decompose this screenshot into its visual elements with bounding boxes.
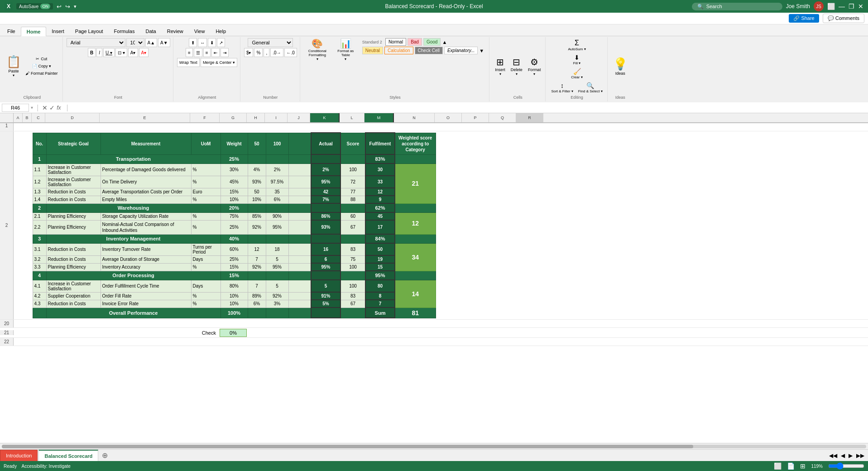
decrease-indent-button[interactable]: ⇤ [211,48,220,57]
normal-view-icon[interactable]: ⬜ [774,462,782,470]
insert-cells-button[interactable]: ⊞ Insert ▾ [493,56,507,77]
number-format-select[interactable]: General [248,38,293,47]
align-center-button[interactable]: ☰ [194,48,202,57]
styles-scroll-down[interactable]: ▼ [479,48,486,53]
col-P-header[interactable]: P [462,113,489,122]
style-neutral[interactable]: Neutral [362,47,383,54]
col-K-header[interactable]: K [310,113,340,122]
tab-formulas[interactable]: Formulas [109,27,140,36]
cell-reference-input[interactable] [2,104,29,112]
add-sheet-button[interactable]: ⊕ [98,450,111,461]
sheet-nav-next-icon[interactable]: ▶ [849,452,853,459]
tab-view[interactable]: View [189,27,211,36]
style-check-cell[interactable]: Check Cell [415,47,443,54]
search-bar[interactable]: 🔍 Search [692,3,782,10]
sheet-nav-right-icon[interactable]: ▶▶ [856,452,864,459]
col-R-header[interactable]: R [516,113,543,122]
currency-button[interactable]: $▾ [244,48,254,57]
format-as-table-button[interactable]: 📊 Format as Table ▾ [333,38,358,61]
comma-button[interactable]: , [264,48,269,57]
border-button[interactable]: ⊡ ▾ [115,48,127,57]
merge-center-button[interactable]: Merge & Center ▾ [201,58,237,67]
decrease-decimal-button[interactable]: ←.0 [284,48,297,57]
font-size-select[interactable]: 10 [126,38,144,47]
undo-icon[interactable]: ↩ [57,3,62,10]
font-color-button[interactable]: A▾ [139,48,149,57]
tab-help[interactable]: Help [210,27,231,36]
col-Q-header[interactable]: Q [489,113,516,122]
fill-color-button[interactable]: A▾ [128,48,138,57]
col-H-header[interactable]: H [247,113,265,122]
increase-font-button[interactable]: A▲ [145,38,158,47]
close-button[interactable]: ✕ [858,3,863,10]
styles-scroll-up[interactable]: ▲ [442,39,449,45]
find-select-button[interactable]: 🔍 Find & Select ▾ [576,81,604,94]
sheet-nav-prev-icon[interactable]: ◀ [841,452,845,459]
align-right-button[interactable]: ≡ [203,48,211,57]
page-break-view-icon[interactable]: ⊞ [800,462,806,470]
style-explanatory[interactable]: Explanatory... [444,47,478,54]
insert-function-icon[interactable]: fx [57,105,61,111]
font-family-select[interactable]: Arial [67,38,125,47]
bold-button[interactable]: B [88,48,96,57]
zoom-slider[interactable] [828,463,864,469]
formula-input[interactable] [72,105,866,111]
style-calculation[interactable]: Calculation [384,47,413,54]
col-O-header[interactable]: O [435,113,462,122]
autosum-button[interactable]: Σ AutoSum ▾ [566,38,587,52]
col-A-header[interactable]: A [14,113,23,122]
increase-indent-button[interactable]: ⇥ [221,48,229,57]
tab-file[interactable]: File [2,27,21,36]
format-painter-button[interactable]: 🖌Format Painter [24,70,60,77]
col-I-header[interactable]: I [265,113,288,122]
paste-button[interactable]: 📋 Paste ▾ [5,53,23,80]
style-bad[interactable]: Bad [408,38,422,46]
minimize-button[interactable]: — [839,3,845,10]
percent-button[interactable]: % [254,48,263,57]
decrease-font-button[interactable]: A▼ [158,38,170,47]
col-B-header[interactable]: B [23,113,32,122]
align-bottom-button[interactable]: ⬇ [208,38,216,47]
style-normal[interactable]: Normal [385,38,406,46]
ribbon-display-icon[interactable]: ⬜ [827,3,835,10]
horizontal-scrollbar[interactable] [0,443,868,449]
col-C-header[interactable]: C [32,113,45,122]
quick-access-more[interactable]: ▾ [74,4,77,10]
tab-page-layout[interactable]: Page Layout [70,27,109,36]
ideas-button[interactable]: 💡 Ideas [611,53,629,80]
copy-button[interactable]: 📄Copy ▾ [24,63,60,69]
col-N-header[interactable]: N [394,113,435,122]
grid-body-scroll[interactable]: 1 2 [0,123,868,443]
style-good[interactable]: Good [423,38,441,46]
cut-button[interactable]: ✂Cut [24,56,60,62]
clear-button[interactable]: 🧹 Clear ▾ [569,67,584,80]
wrap-text-button[interactable]: Wrap Text [177,58,200,67]
col-G-header[interactable]: G [220,113,247,122]
underline-button[interactable]: U ▾ [103,48,115,57]
sheet-tab-balanced-scorecard[interactable]: Balanced Scorecard [38,450,98,461]
scrollbar-thumb[interactable] [2,445,693,448]
col-E-header[interactable]: E [100,113,190,122]
tab-home[interactable]: Home [21,27,47,36]
col-L-header[interactable]: L [340,113,364,122]
align-top-button[interactable]: ⬆ [189,38,197,47]
delete-cells-button[interactable]: ⊟ Delete ▾ [509,56,524,77]
italic-button[interactable]: I [96,48,102,57]
sheet-tab-introduction[interactable]: Introduction [0,450,38,461]
confirm-formula-icon[interactable]: ✓ [49,104,55,111]
sort-filter-button[interactable]: ↕ Sort & Filter ▾ [549,81,575,94]
tab-data[interactable]: Data [140,27,161,36]
col-F-header[interactable]: F [190,113,220,122]
angle-text-button[interactable]: ↗ [217,38,225,47]
col-J-header[interactable]: J [288,113,310,122]
align-middle-button[interactable]: ↔ [198,38,207,47]
page-layout-view-icon[interactable]: 📄 [787,462,795,470]
sheet-nav-left-icon[interactable]: ◀◀ [829,452,837,459]
cancel-formula-icon[interactable]: ✕ [42,104,48,111]
col-D-header[interactable]: D [45,113,100,122]
increase-decimal-button[interactable]: .0→ [270,48,283,57]
fill-button[interactable]: ⬇ Fill ▾ [571,53,583,66]
align-left-button[interactable]: ≡ [186,48,193,57]
autosave-toggle[interactable]: ON [40,4,50,9]
tab-review[interactable]: Review [162,27,189,36]
